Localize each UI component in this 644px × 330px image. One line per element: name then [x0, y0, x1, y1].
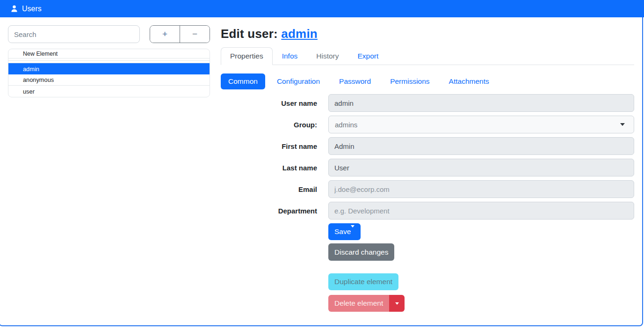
delete-dropdown-toggle[interactable]: [389, 295, 405, 312]
pill-common[interactable]: Common: [221, 73, 265, 89]
lastname-field[interactable]: [328, 159, 634, 176]
chevron-down-icon: [620, 123, 625, 126]
list-item-user[interactable]: user: [8, 86, 210, 97]
tab-history[interactable]: History: [307, 47, 348, 65]
main-tabs: Properties Infos History Export: [221, 47, 634, 65]
group-select-value: admins: [335, 121, 357, 129]
discard-changes-button[interactable]: Discard changes: [328, 243, 394, 261]
page-title: Edit user: admin: [221, 27, 634, 41]
chevron-down-icon: [395, 302, 399, 305]
page-title-prefix: Edit user:: [221, 27, 281, 41]
username-label: User name: [221, 99, 328, 107]
remove-element-button[interactable]: −: [180, 26, 210, 43]
app-title: Users: [22, 5, 42, 13]
pill-password[interactable]: Password: [332, 73, 378, 89]
tab-export[interactable]: Export: [348, 47, 388, 65]
user-form: User name Group: admins First name Last …: [221, 94, 634, 312]
save-button-label: Save: [334, 227, 351, 235]
delete-element-split-button: Delete element: [328, 295, 405, 312]
group-select[interactable]: admins: [328, 116, 634, 133]
firstname-field[interactable]: [328, 137, 634, 155]
tab-infos[interactable]: Infos: [273, 47, 307, 65]
list-item-anonymous[interactable]: anonymous: [8, 74, 210, 86]
firstname-label: First name: [221, 142, 328, 150]
search-input[interactable]: [8, 25, 140, 43]
group-label: Group:: [221, 121, 328, 129]
tab-properties[interactable]: Properties: [221, 47, 273, 65]
add-remove-button-group: + −: [150, 25, 210, 43]
list-item-admin[interactable]: admin: [8, 63, 210, 74]
main-panel: Edit user: admin Properties Infos Histor…: [218, 25, 642, 325]
edited-user-link[interactable]: admin: [281, 27, 318, 41]
form-actions: Save Discard changes Duplicate element D…: [328, 223, 634, 312]
sidebar: + − New Element admin anonymous user: [8, 25, 218, 325]
list-item-new-element[interactable]: New Element: [8, 49, 210, 59]
sub-tabs: Common Configuration Password Permission…: [221, 73, 634, 89]
chevron-down-icon: [351, 225, 355, 235]
pill-configuration[interactable]: Configuration: [269, 73, 327, 89]
username-field[interactable]: [328, 94, 634, 112]
delete-element-button[interactable]: Delete element: [328, 295, 389, 312]
app-frame: + − New Element admin anonymous user Edi…: [0, 17, 643, 326]
app-navbar: Users: [0, 0, 644, 17]
lastname-label: Last name: [221, 164, 328, 172]
email-label: Email: [221, 185, 328, 193]
element-list: New Element admin anonymous user: [8, 49, 210, 97]
department-label: Department: [221, 207, 328, 215]
email-field[interactable]: [328, 180, 634, 198]
duplicate-element-button[interactable]: Duplicate element: [328, 273, 398, 290]
user-icon: [10, 5, 18, 13]
department-field[interactable]: [328, 202, 634, 220]
save-button[interactable]: Save: [328, 223, 361, 240]
pill-attachments[interactable]: Attachments: [441, 73, 497, 89]
add-element-button[interactable]: +: [150, 26, 180, 43]
pill-permissions[interactable]: Permissions: [383, 73, 437, 89]
